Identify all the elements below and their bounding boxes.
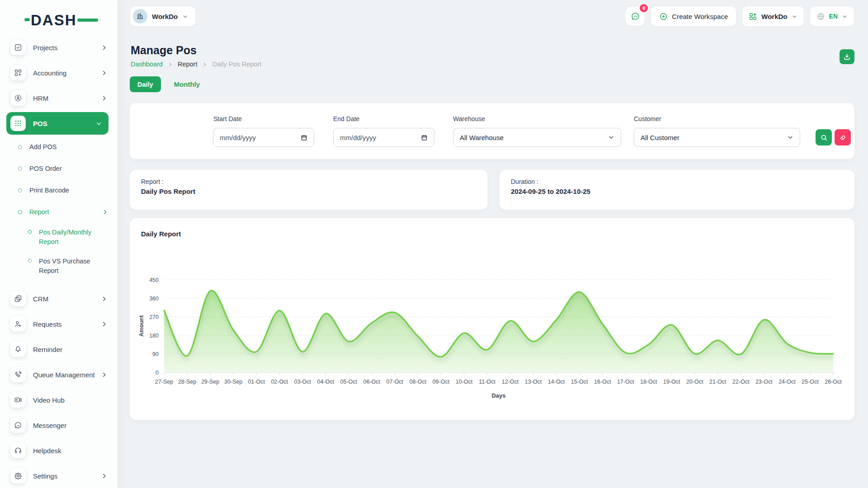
- chart-title: Daily Report: [141, 230, 181, 238]
- sidebar-item-add-pos[interactable]: Add POS: [0, 136, 118, 158]
- dots-grid-icon: [10, 116, 26, 131]
- x-tick-label: 22-Oct: [732, 379, 750, 385]
- sidebar-item-queue-management[interactable]: Queue Management: [0, 362, 118, 387]
- x-tick-label: 26-Oct: [825, 379, 842, 385]
- sidebar-item-label: POS Order: [29, 165, 62, 172]
- sidebar-item-pos[interactable]: POS: [6, 112, 108, 135]
- sidebar-item-hrm[interactable]: HRM: [0, 85, 118, 111]
- x-tick-label: 13-Oct: [525, 379, 542, 385]
- y-tick-label: 0: [156, 370, 159, 376]
- end-date-input[interactable]: mm/dd/yyyy: [333, 128, 434, 147]
- reset-filter-button[interactable]: [835, 129, 851, 145]
- sidebar-item-label: Add POS: [29, 143, 57, 150]
- sidebar-item-label: Projects: [33, 44, 57, 52]
- chevron-right-icon: [168, 62, 173, 67]
- daily-report-area-chart: 09018027036045027-Sep28-Sep29-Sep30-Sep0…: [130, 251, 854, 416]
- sidebar-item-label: Accounting: [33, 69, 66, 77]
- x-tick-label: 18-Oct: [640, 379, 657, 385]
- report-period-tabs: Daily Monthly: [130, 76, 200, 92]
- duration-value: 2024-09-25 to 2024-10-25: [511, 188, 590, 195]
- sidebar-item-label: Helpdesk: [33, 447, 61, 455]
- language-code: EN: [829, 13, 838, 20]
- breadcrumb-dashboard[interactable]: Dashboard: [131, 61, 163, 68]
- sidebar-item-settings[interactable]: Settings: [0, 463, 118, 488]
- sidebar-item-label: Queue Management: [33, 371, 95, 379]
- sidebar-item-requests[interactable]: Requests: [0, 311, 118, 337]
- warehouse-label: Warehouse: [453, 115, 485, 122]
- download-button[interactable]: [840, 49, 854, 64]
- sidebar-item-accounting[interactable]: Accounting: [0, 60, 118, 85]
- chevron-right-icon: [102, 209, 108, 216]
- create-workspace-button[interactable]: Create Workspace: [651, 6, 736, 26]
- chevron-down-icon: [182, 14, 188, 19]
- x-tick-label: 06-Oct: [363, 379, 381, 385]
- workspace-avatar: [133, 9, 147, 23]
- sidebar-item-label: Report: [29, 208, 49, 216]
- sidebar-item-projects[interactable]: Projects: [0, 35, 118, 60]
- sidebar-item-pos-order[interactable]: POS Order: [0, 158, 118, 179]
- warehouse-select[interactable]: All Warehouse: [453, 128, 621, 147]
- messages-button[interactable]: 0: [626, 7, 645, 26]
- caret-down-icon: [787, 134, 793, 141]
- sidebar-item-pos-daily-monthly-report[interactable]: Pos Daily/Monthly Report: [0, 223, 118, 252]
- chevron-right-icon: [101, 44, 108, 51]
- workspace-selector[interactable]: WorkDo: [130, 6, 195, 26]
- customer-select[interactable]: All Customer: [634, 128, 800, 147]
- chat-bubble-icon: [10, 418, 26, 433]
- y-tick-label: 270: [149, 314, 159, 320]
- x-tick-label: 16-Oct: [594, 379, 611, 385]
- x-tick-label: 30-Sep: [224, 379, 242, 385]
- circle-plus-icon: [659, 12, 668, 21]
- logo-accent-bar: [77, 19, 98, 22]
- language-selector[interactable]: EN: [810, 6, 854, 26]
- caret-down-icon: [608, 134, 614, 141]
- sidebar-item-reminder[interactable]: Reminder: [0, 337, 118, 362]
- x-axis-title: Days: [491, 392, 505, 399]
- top-header: WorkDo 0 Create Workspace WorkDo EN: [118, 0, 868, 33]
- search-button[interactable]: [816, 129, 832, 145]
- gear-icon: [10, 468, 26, 483]
- chat-dots-icon: [631, 12, 640, 21]
- breadcrumb-report[interactable]: Report: [178, 61, 198, 68]
- globe-icon: [816, 12, 825, 21]
- duration-label: Duration :: [511, 178, 538, 185]
- y-tick-label: 360: [149, 296, 159, 302]
- duration-summary-card: Duration : 2024-09-25 to 2024-10-25: [500, 170, 854, 210]
- brand-logo[interactable]: DASH: [31, 12, 90, 29]
- x-tick-label: 20-Oct: [686, 379, 703, 385]
- bell-icon: [10, 342, 26, 357]
- customer-label: Customer: [634, 115, 661, 122]
- y-tick-label: 90: [152, 351, 159, 357]
- app-menu-button[interactable]: WorkDo: [742, 6, 803, 26]
- x-tick-label: 27-Sep: [155, 379, 173, 385]
- x-tick-label: 23-Oct: [755, 379, 773, 385]
- x-tick-label: 02-Oct: [271, 379, 288, 385]
- sidebar-item-helpdesk[interactable]: Helpdesk: [0, 438, 118, 463]
- x-tick-label: 07-Oct: [387, 379, 404, 385]
- x-tick-label: 14-Oct: [548, 379, 565, 385]
- y-tick-label: 180: [149, 333, 159, 339]
- sidebar-item-messenger[interactable]: Messenger: [0, 413, 118, 438]
- chevron-down-icon: [842, 14, 848, 19]
- breadcrumb: Dashboard Report Daily Pos Report: [131, 61, 261, 68]
- workspace-name: WorkDo: [152, 13, 178, 20]
- sidebar-item-crm[interactable]: CRM: [0, 286, 118, 311]
- chevron-right-icon: [101, 371, 108, 378]
- bullet-icon: [17, 144, 23, 150]
- sidebar-item-video-hub[interactable]: Video Hub: [0, 387, 118, 413]
- tab-monthly[interactable]: Monthly: [174, 80, 200, 88]
- sidebar-item-pos-vs-purchase-report[interactable]: Pos VS Purchase Report: [0, 252, 118, 281]
- filter-card: Start Date End Date Warehouse Customer m…: [130, 103, 854, 159]
- messages-badge: 0: [640, 4, 648, 12]
- x-tick-label: 21-Oct: [709, 379, 726, 385]
- start-date-input[interactable]: mm/dd/yyyy: [213, 128, 314, 147]
- sidebar-item-print-barcode[interactable]: Print Barcode: [0, 179, 118, 201]
- tab-daily[interactable]: Daily: [130, 76, 161, 92]
- sidebar-item-report[interactable]: Report: [0, 201, 118, 223]
- start-date-label: Start Date: [213, 115, 242, 122]
- sidebar-item-label: CRM: [33, 295, 48, 303]
- x-tick-label: 03-Oct: [294, 379, 311, 385]
- chevron-right-icon: [101, 70, 108, 76]
- sidebar-item-label: Settings: [33, 472, 57, 480]
- chevron-right-icon: [101, 473, 108, 479]
